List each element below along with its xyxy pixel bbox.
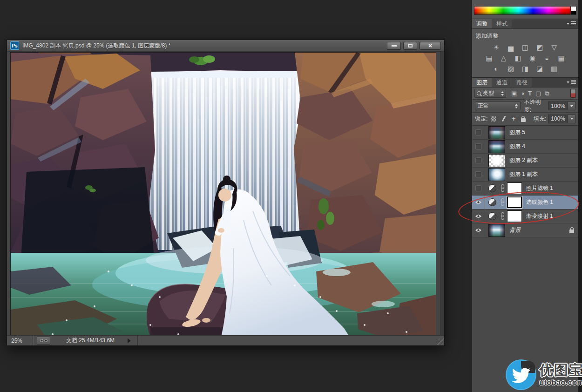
mask-link-icon[interactable] [501,212,505,220]
color-balance-icon[interactable]: △ [498,53,509,62]
exposure-icon[interactable]: ◩ [535,42,545,52]
lock-transparent-pixels-icon[interactable] [491,116,496,122]
layer-name[interactable]: 图层 4 [509,142,578,150]
curves-icon[interactable]: ◫ [520,42,531,52]
visibility-empty-well[interactable] [472,154,485,167]
layer-name[interactable]: 图层 1 副本 [509,170,578,178]
canvas-area[interactable] [7,52,444,336]
window-controls: × [387,42,441,50]
spectrum-endpoint-swatches[interactable] [570,6,576,15]
fill-label: 填充: [534,115,546,123]
layer-name[interactable]: 图层 2 副本 [509,156,578,164]
lock-all-icon[interactable] [521,118,526,122]
watermark-site-url: utobao.com [539,378,582,386]
zoom-level-field[interactable]: 25% [7,338,33,344]
layer-row-1[interactable]: 图层 5 [472,126,578,140]
levels-icon[interactable]: ▅ [506,42,516,52]
lock-image-pixels-icon[interactable] [501,116,507,122]
tab-adjustments[interactable]: 调整 [472,19,492,28]
type-layer-filter-icon[interactable]: T [528,90,532,97]
layer-row-6[interactable]: 选取颜色 1 [472,196,578,210]
layer-row-2[interactable]: 图层 4 [472,140,578,154]
mask-link-icon[interactable] [501,198,505,206]
dropdown-arrow-icon[interactable] [568,115,575,123]
selective-color-icon[interactable]: ▥ [549,64,560,73]
photo-canvas[interactable] [10,52,436,336]
scratch-disk-icon[interactable] [37,337,50,345]
status-flyout-arrow[interactable] [128,338,131,343]
document-title: IMG_4802 副本 拷贝.psd @ 25% (选取颜色 1, 图层蒙版/8… [22,42,387,50]
smart-object-filter-icon[interactable]: ⧉ [545,90,549,97]
white-swatch[interactable] [571,7,576,11]
layer-mask-thumbnail[interactable] [507,210,522,222]
black-swatch[interactable] [571,11,576,14]
gear-icon [40,339,43,342]
layer-name[interactable]: 渐变映射 1 [526,212,578,220]
layer-row-body: 渐变映射 1 [485,210,578,223]
visibility-eye-icon[interactable] [472,223,485,237]
layer-row-4[interactable]: 图层 1 副本 [472,168,578,182]
mask-link-icon[interactable] [501,184,505,192]
layer-row-3[interactable]: 图层 2 副本 [472,154,578,168]
tab-styles[interactable]: 样式 [492,19,512,28]
lock-position-icon[interactable]: + [512,115,515,122]
layer-row-5[interactable]: 照片滤镜 1 [472,182,578,196]
layer-thumbnail[interactable] [488,224,505,237]
posterize-icon[interactable]: ▨ [506,64,516,73]
layer-mask-thumbnail[interactable] [507,182,522,194]
color-lookup-icon[interactable]: ▦ [556,53,567,62]
adjustment-layer-filter-icon[interactable]: ◑ [521,90,524,97]
visibility-eye-icon[interactable] [472,196,485,209]
watermark: 优图宝 utobao.com [506,359,582,390]
panel-menu-icon[interactable] [567,21,576,26]
opacity-field[interactable]: 100% [548,101,575,110]
layer-row-7[interactable]: 渐变映射 1 [472,210,578,223]
right-panel-dock: 调整样式 添加调整 ☀▅◫◩▽▤△◧◉◒▦◐▨◨◪▥ 图层通道路径 类型 ▣◑T… [472,0,578,392]
document-titlebar[interactable]: Ps IMG_4802 副本 拷贝.psd @ 25% (选取颜色 1, 图层蒙… [7,40,444,52]
visibility-eye-icon[interactable] [472,210,485,223]
bird-logo-icon [506,359,536,390]
photo-filter-icon[interactable]: ◉ [527,53,538,62]
gradient-map-icon[interactable]: ◪ [535,64,545,73]
visibility-empty-well[interactable] [472,168,485,181]
pixel-layer-filter-icon[interactable]: ▣ [511,90,517,97]
vibrance-icon[interactable]: ▽ [549,42,560,52]
visibility-empty-well[interactable] [472,126,485,139]
layer-thumbnail[interactable] [488,154,505,167]
layer-thumbnail[interactable] [488,140,505,153]
visibility-empty-well[interactable] [472,182,485,195]
visibility-empty-well[interactable] [472,140,485,153]
shape-layer-filter-icon[interactable]: ▢ [535,90,541,97]
layer-thumbnail[interactable] [488,126,505,139]
layer-mask-thumbnail[interactable] [507,196,522,208]
panel-menu-icon[interactable] [567,80,576,84]
brightness-contrast-icon[interactable]: ☀ [491,42,502,52]
fill-field[interactable]: 100% [548,115,575,123]
panel-scroll-gutter[interactable] [578,0,582,392]
black-white-icon[interactable]: ◧ [513,53,523,62]
color-spectrum-ramp[interactable] [474,6,571,15]
vertical-scrollbar[interactable] [440,52,444,336]
layer-filter-toggle[interactable] [570,89,576,98]
threshold-icon[interactable]: ◨ [520,64,531,73]
dropdown-arrow-icon[interactable] [568,101,575,110]
statusbar-divider [33,336,33,345]
tab-channels[interactable]: 通道 [492,78,512,87]
channel-mixer-icon[interactable]: ◒ [541,53,552,62]
layer-name[interactable]: 图层 5 [509,128,578,136]
minimize-button[interactable] [387,42,401,50]
hue-saturation-icon[interactable]: ▤ [484,53,494,62]
tab-layers[interactable]: 图层 [472,78,492,87]
resize-grip[interactable] [437,338,444,345]
invert-icon[interactable]: ◐ [491,64,502,73]
layer-row-8[interactable]: 背景 [472,223,578,237]
layer-name[interactable]: 背景 [509,226,568,234]
layer-name[interactable]: 照片滤镜 1 [526,184,578,192]
filter-kind-select[interactable]: 类型 [474,89,506,98]
layer-thumbnail[interactable] [488,168,505,181]
layer-name[interactable]: 选取颜色 1 [526,198,578,206]
blend-mode-select[interactable]: 正常 [475,101,521,110]
maximize-button[interactable] [403,42,417,50]
close-button[interactable]: × [420,42,441,50]
tab-paths[interactable]: 路径 [512,78,532,87]
